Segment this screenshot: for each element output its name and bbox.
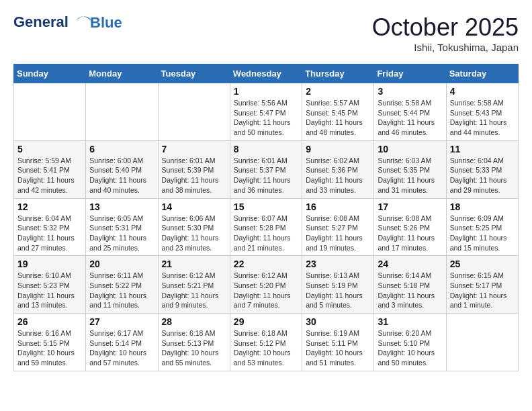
day-info: Sunrise: 6:15 AMSunset: 5:17 PMDaylight:… <box>450 271 515 310</box>
day-info: Sunrise: 5:58 AMSunset: 5:43 PMDaylight:… <box>450 98 515 138</box>
day-number: 31 <box>378 316 442 327</box>
day-info: Sunrise: 6:12 AMSunset: 5:21 PMDaylight:… <box>162 271 226 310</box>
weekday-header-tuesday: Tuesday <box>158 64 230 83</box>
day-number: 4 <box>450 86 515 97</box>
calendar-week-2: 5Sunrise: 5:59 AMSunset: 5:41 PMDaylight… <box>14 140 519 198</box>
weekday-header-friday: Friday <box>374 64 446 83</box>
day-number: 21 <box>162 259 226 269</box>
day-info: Sunrise: 6:10 AMSunset: 5:23 PMDaylight:… <box>17 271 82 310</box>
calendar-cell: 13Sunrise: 6:05 AMSunset: 5:31 PMDayligh… <box>86 198 158 256</box>
day-info: Sunrise: 6:16 AMSunset: 5:15 PMDaylight:… <box>17 328 82 368</box>
day-number: 1 <box>234 86 298 97</box>
day-number: 26 <box>17 316 82 327</box>
day-info: Sunrise: 6:18 AMSunset: 5:13 PMDaylight:… <box>162 328 226 368</box>
day-number: 2 <box>306 86 370 97</box>
day-info: Sunrise: 6:03 AMSunset: 5:35 PMDaylight:… <box>378 156 442 195</box>
calendar-week-1: 1Sunrise: 5:56 AMSunset: 5:47 PMDaylight… <box>14 83 519 141</box>
day-info: Sunrise: 5:57 AMSunset: 5:45 PMDaylight:… <box>306 98 370 138</box>
calendar-cell: 11Sunrise: 6:04 AMSunset: 5:33 PMDayligh… <box>446 140 518 198</box>
day-number: 7 <box>162 144 226 154</box>
day-info: Sunrise: 6:20 AMSunset: 5:10 PMDaylight:… <box>378 328 442 368</box>
calendar-cell: 9Sunrise: 6:02 AMSunset: 5:36 PMDaylight… <box>302 140 374 198</box>
calendar-cell: 21Sunrise: 6:12 AMSunset: 5:21 PMDayligh… <box>158 256 230 314</box>
day-number: 8 <box>234 144 298 154</box>
calendar-cell: 27Sunrise: 6:17 AMSunset: 5:14 PMDayligh… <box>86 314 158 371</box>
day-number: 13 <box>89 201 154 212</box>
day-number: 10 <box>378 144 442 154</box>
logo: General Blue <box>13 13 122 32</box>
day-number: 23 <box>306 259 370 269</box>
calendar-cell <box>86 83 158 141</box>
calendar-cell: 22Sunrise: 6:12 AMSunset: 5:20 PMDayligh… <box>230 256 302 314</box>
day-number: 17 <box>378 201 442 212</box>
calendar-cell <box>14 83 86 141</box>
day-number: 28 <box>162 316 226 327</box>
day-number: 15 <box>234 201 298 212</box>
day-number: 19 <box>17 259 82 269</box>
day-number: 18 <box>450 201 515 212</box>
calendar-cell: 14Sunrise: 6:06 AMSunset: 5:30 PMDayligh… <box>158 198 230 256</box>
day-number: 24 <box>378 259 442 269</box>
calendar-cell: 2Sunrise: 5:57 AMSunset: 5:45 PMDaylight… <box>302 83 374 141</box>
calendar-cell <box>446 314 518 371</box>
calendar-cell: 28Sunrise: 6:18 AMSunset: 5:13 PMDayligh… <box>158 314 230 371</box>
day-info: Sunrise: 6:07 AMSunset: 5:28 PMDaylight:… <box>234 214 298 253</box>
calendar-cell: 5Sunrise: 5:59 AMSunset: 5:41 PMDaylight… <box>14 140 86 198</box>
calendar-cell: 6Sunrise: 6:00 AMSunset: 5:40 PMDaylight… <box>86 140 158 198</box>
calendar-cell: 15Sunrise: 6:07 AMSunset: 5:28 PMDayligh… <box>230 198 302 256</box>
day-info: Sunrise: 6:01 AMSunset: 5:37 PMDaylight:… <box>234 156 298 195</box>
day-info: Sunrise: 6:17 AMSunset: 5:14 PMDaylight:… <box>89 328 154 368</box>
day-number: 16 <box>306 201 370 212</box>
day-info: Sunrise: 5:58 AMSunset: 5:44 PMDaylight:… <box>378 98 442 138</box>
day-number: 22 <box>234 259 298 269</box>
day-number: 5 <box>17 144 82 154</box>
calendar-week-3: 12Sunrise: 6:04 AMSunset: 5:32 PMDayligh… <box>14 198 519 256</box>
day-number: 30 <box>306 316 370 327</box>
calendar-cell: 4Sunrise: 5:58 AMSunset: 5:43 PMDaylight… <box>446 83 518 141</box>
day-number: 3 <box>378 86 442 97</box>
day-info: Sunrise: 6:00 AMSunset: 5:40 PMDaylight:… <box>89 156 154 195</box>
calendar-cell: 7Sunrise: 6:01 AMSunset: 5:39 PMDaylight… <box>158 140 230 198</box>
day-number: 27 <box>89 316 154 327</box>
location: Ishii, Tokushima, Japan <box>372 42 519 53</box>
day-number: 6 <box>89 144 154 154</box>
day-number: 25 <box>450 259 515 269</box>
day-number: 20 <box>89 259 154 269</box>
calendar-cell: 10Sunrise: 6:03 AMSunset: 5:35 PMDayligh… <box>374 140 446 198</box>
calendar-week-4: 19Sunrise: 6:10 AMSunset: 5:23 PMDayligh… <box>14 256 519 314</box>
calendar-cell: 29Sunrise: 6:18 AMSunset: 5:12 PMDayligh… <box>230 314 302 371</box>
day-number: 11 <box>450 144 515 154</box>
day-number: 14 <box>162 201 226 212</box>
calendar-cell: 1Sunrise: 5:56 AMSunset: 5:47 PMDaylight… <box>230 83 302 141</box>
day-info: Sunrise: 6:11 AMSunset: 5:22 PMDaylight:… <box>89 271 154 310</box>
weekday-header-thursday: Thursday <box>302 64 374 83</box>
calendar-week-5: 26Sunrise: 6:16 AMSunset: 5:15 PMDayligh… <box>14 314 519 371</box>
day-info: Sunrise: 6:05 AMSunset: 5:31 PMDaylight:… <box>89 214 154 253</box>
calendar-cell: 16Sunrise: 6:08 AMSunset: 5:27 PMDayligh… <box>302 198 374 256</box>
logo-general: General <box>13 13 69 30</box>
weekday-header-row: SundayMondayTuesdayWednesdayThursdayFrid… <box>14 64 519 83</box>
weekday-header-wednesday: Wednesday <box>230 64 302 83</box>
calendar-cell: 12Sunrise: 6:04 AMSunset: 5:32 PMDayligh… <box>14 198 86 256</box>
day-info: Sunrise: 6:04 AMSunset: 5:32 PMDaylight:… <box>17 214 82 253</box>
calendar-cell: 19Sunrise: 6:10 AMSunset: 5:23 PMDayligh… <box>14 256 86 314</box>
calendar-cell <box>158 83 230 141</box>
calendar-cell: 25Sunrise: 6:15 AMSunset: 5:17 PMDayligh… <box>446 256 518 314</box>
weekday-header-sunday: Sunday <box>14 64 86 83</box>
calendar-cell: 26Sunrise: 6:16 AMSunset: 5:15 PMDayligh… <box>14 314 86 371</box>
calendar-cell: 3Sunrise: 5:58 AMSunset: 5:44 PMDaylight… <box>374 83 446 141</box>
day-number: 12 <box>17 201 82 212</box>
day-number: 29 <box>234 316 298 327</box>
day-info: Sunrise: 6:13 AMSunset: 5:19 PMDaylight:… <box>306 271 370 310</box>
calendar-cell: 30Sunrise: 6:19 AMSunset: 5:11 PMDayligh… <box>302 314 374 371</box>
calendar-cell: 23Sunrise: 6:13 AMSunset: 5:19 PMDayligh… <box>302 256 374 314</box>
calendar-cell: 31Sunrise: 6:20 AMSunset: 5:10 PMDayligh… <box>374 314 446 371</box>
day-info: Sunrise: 5:56 AMSunset: 5:47 PMDaylight:… <box>234 98 298 138</box>
day-info: Sunrise: 6:08 AMSunset: 5:26 PMDaylight:… <box>378 214 442 253</box>
calendar-cell: 17Sunrise: 6:08 AMSunset: 5:26 PMDayligh… <box>374 198 446 256</box>
calendar-cell: 24Sunrise: 6:14 AMSunset: 5:18 PMDayligh… <box>374 256 446 314</box>
calendar-cell: 8Sunrise: 6:01 AMSunset: 5:37 PMDaylight… <box>230 140 302 198</box>
day-info: Sunrise: 6:14 AMSunset: 5:18 PMDaylight:… <box>378 271 442 310</box>
day-number: 9 <box>306 144 370 154</box>
month-title: October 2025 <box>372 13 519 42</box>
